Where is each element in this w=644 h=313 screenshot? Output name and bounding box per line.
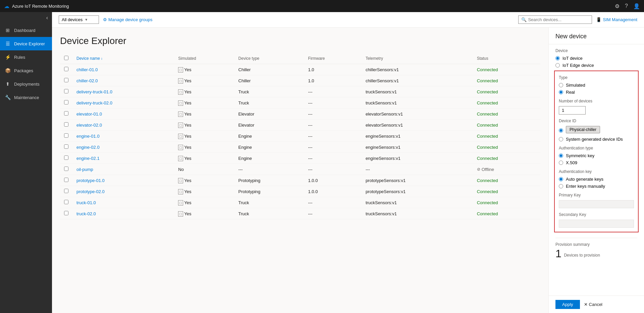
device-name-link[interactable]: prototype-01.0 bbox=[76, 178, 105, 183]
auth-type-label: Authentication type bbox=[559, 146, 634, 150]
sim-label: SIM Management bbox=[603, 17, 637, 22]
col-firmware: Firmware bbox=[304, 53, 361, 64]
row-checkbox[interactable] bbox=[64, 78, 68, 82]
sidebar-item-dashboard[interactable]: ⊞ Dashboard bbox=[0, 24, 52, 37]
user-icon[interactable]: 👤 bbox=[633, 3, 640, 9]
sidebar-item-deployments[interactable]: ⬆ Deployments bbox=[0, 77, 52, 91]
device-name-link[interactable]: elevator-02.0 bbox=[76, 123, 102, 128]
radio-enter-manually[interactable]: Enter keys manually bbox=[559, 184, 634, 189]
row-status: Connected bbox=[473, 186, 540, 197]
radio-iot-edge-device[interactable]: IoT Edge device bbox=[555, 63, 637, 68]
row-firmware: 1.0 bbox=[304, 64, 361, 75]
iot-edge-device-label: IoT Edge device bbox=[562, 63, 594, 68]
highlighted-section: Type Simulated Real Nu bbox=[554, 71, 639, 232]
table-row: elevator-01.0 □ Yes Elevator --- elevato… bbox=[60, 108, 540, 120]
row-simulated: □ Yes bbox=[174, 131, 234, 142]
sidebar-item-device-explorer[interactable]: ☰ Device Explorer bbox=[0, 37, 52, 50]
device-name-link[interactable]: chiller-01.0 bbox=[76, 67, 98, 72]
row-telemetry: engineSensors:v1 bbox=[362, 131, 473, 142]
radio-iot-device[interactable]: IoT device bbox=[555, 56, 637, 61]
device-name-link[interactable]: chiller-02.0 bbox=[76, 78, 98, 83]
radio-physical-id[interactable]: Physical-chiller bbox=[559, 126, 634, 135]
auth-key-label: Authentication key bbox=[559, 169, 634, 174]
device-name-link[interactable]: truck-01.0 bbox=[76, 200, 96, 205]
settings-icon[interactable]: ⚙ bbox=[615, 3, 620, 9]
radio-system-id[interactable]: System generated device IDs bbox=[559, 137, 634, 142]
radio-simulated[interactable]: Simulated bbox=[559, 83, 634, 88]
packages-icon: 📦 bbox=[5, 68, 11, 73]
row-checkbox[interactable] bbox=[64, 100, 68, 104]
row-checkbox[interactable] bbox=[64, 167, 68, 171]
row-status: Connected bbox=[473, 142, 540, 153]
simulated-icon: □ bbox=[178, 111, 183, 117]
row-simulated: □ Yes bbox=[174, 64, 234, 75]
device-id-label: Device ID bbox=[559, 119, 634, 123]
cancel-label: Cancel bbox=[589, 302, 602, 307]
device-id-radio-group: Physical-chiller System generated device… bbox=[559, 126, 634, 142]
row-checkbox-cell bbox=[60, 120, 72, 131]
simulated-icon: □ bbox=[178, 67, 183, 73]
sidebar-item-maintenance[interactable]: 🔧 Maintenance bbox=[0, 91, 52, 104]
sidebar-item-rules[interactable]: ⚡ Rules bbox=[0, 50, 52, 64]
primary-key-label: Primary Key bbox=[559, 193, 634, 197]
device-table: Device name Simulated Device type Firmwa… bbox=[60, 53, 540, 219]
sidebar-label-deployments: Deployments bbox=[14, 82, 40, 87]
row-checkbox[interactable] bbox=[64, 67, 68, 71]
device-name-link[interactable]: elevator-01.0 bbox=[76, 111, 102, 117]
radio-auto-generate[interactable]: Auto generate keys bbox=[559, 177, 634, 182]
device-name-link[interactable]: engine-01.0 bbox=[76, 134, 100, 139]
row-checkbox[interactable] bbox=[64, 144, 68, 149]
table-row: prototype-02.0 □ Yes Prototyping 1.0.0 p… bbox=[60, 186, 540, 197]
row-checkbox[interactable] bbox=[64, 211, 68, 215]
device-name-link[interactable]: engine-02.0 bbox=[76, 145, 100, 150]
row-checkbox[interactable] bbox=[64, 133, 68, 138]
radio-symmetric-key[interactable]: Symmetric key bbox=[559, 153, 634, 158]
radio-real[interactable]: Real bbox=[559, 90, 634, 95]
row-checkbox[interactable] bbox=[64, 200, 68, 204]
table-row: truck-02.0 □ Yes Truck --- truckSensors:… bbox=[60, 208, 540, 219]
row-simulated: □ Yes bbox=[174, 108, 234, 120]
main-layout: ‹ ⊞ Dashboard ☰ Device Explorer ⚡ Rules … bbox=[0, 12, 644, 313]
device-name-link[interactable]: truck-02.0 bbox=[76, 211, 96, 216]
row-checkbox[interactable] bbox=[64, 178, 68, 182]
manage-groups-button[interactable]: ⚙ Manage device groups bbox=[103, 17, 153, 22]
row-device-name: oil-pump bbox=[72, 164, 174, 175]
device-name-link[interactable]: engine-02.1 bbox=[76, 156, 100, 161]
device-name-link[interactable]: delivery-truck-01.0 bbox=[76, 89, 112, 94]
device-name-link[interactable]: delivery-truck-02.0 bbox=[76, 100, 112, 105]
row-checkbox[interactable] bbox=[64, 122, 68, 127]
device-group-label: All devices bbox=[62, 17, 83, 22]
device-type-section-label: Device bbox=[555, 48, 637, 53]
status-connected: Connected bbox=[477, 189, 498, 194]
select-all-checkbox[interactable] bbox=[64, 56, 68, 60]
device-name-link[interactable]: oil-pump bbox=[76, 167, 93, 172]
row-device-name: prototype-01.0 bbox=[72, 175, 174, 186]
sim-icon: 📱 bbox=[596, 17, 601, 22]
row-checkbox-cell bbox=[60, 86, 72, 97]
search-input[interactable] bbox=[528, 17, 584, 22]
row-checkbox[interactable] bbox=[64, 111, 68, 116]
apply-button[interactable]: Apply bbox=[555, 300, 580, 309]
num-devices-input[interactable] bbox=[559, 106, 586, 115]
row-checkbox[interactable] bbox=[64, 189, 68, 193]
row-status: Connected bbox=[473, 86, 540, 97]
row-firmware: --- bbox=[304, 164, 361, 175]
device-name-link[interactable]: prototype-02.0 bbox=[76, 189, 105, 194]
col-device-name[interactable]: Device name bbox=[72, 53, 174, 64]
row-checkbox[interactable] bbox=[64, 155, 68, 160]
row-status: Connected bbox=[473, 208, 540, 219]
row-checkbox-cell bbox=[60, 208, 72, 219]
row-telemetry: chillerSensors:v1 bbox=[362, 75, 473, 86]
device-group-select[interactable]: All devices ▼ bbox=[59, 15, 99, 24]
row-checkbox[interactable] bbox=[64, 89, 68, 93]
sim-management-button[interactable]: 📱 SIM Management bbox=[596, 17, 637, 22]
provision-summary: Provision summary 1 Devices to provision bbox=[555, 238, 637, 259]
sidebar-label-device-explorer: Device Explorer bbox=[14, 41, 45, 46]
help-icon[interactable]: ? bbox=[625, 3, 628, 9]
row-telemetry: chillerSensors:v1 bbox=[362, 64, 473, 75]
cancel-button[interactable]: ✕ Cancel bbox=[584, 302, 602, 307]
sidebar-item-packages[interactable]: 📦 Packages bbox=[0, 64, 52, 77]
radio-x509[interactable]: X.509 bbox=[559, 160, 634, 165]
row-firmware: --- bbox=[304, 97, 361, 108]
sidebar-toggle[interactable]: ‹ bbox=[0, 12, 52, 24]
